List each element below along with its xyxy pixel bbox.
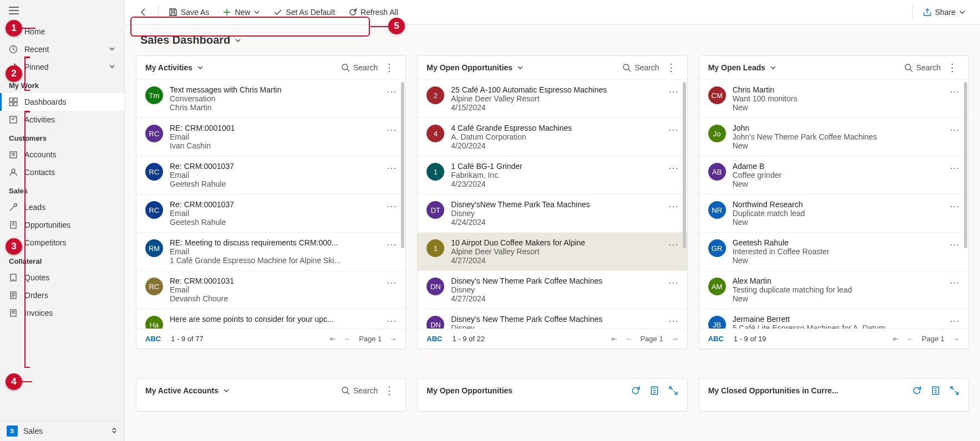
row-more-button[interactable]: ⋯	[668, 315, 678, 326]
list-row[interactable]: RCRe: CRM:0001031EmailDevansh Choure⋯	[136, 271, 405, 309]
row-more-button[interactable]: ⋯	[949, 315, 959, 326]
nav-accounts[interactable]: Accounts	[0, 146, 124, 163]
list-row[interactable]: RCRe: CRM:0001037EmailGeetesh Rahule⋯	[136, 194, 405, 233]
chevron-down-icon[interactable]	[235, 37, 241, 44]
chevron-down-icon[interactable]	[223, 387, 230, 394]
row-more-button[interactable]: ⋯	[949, 85, 959, 96]
list-row[interactable]: NRNorthwind ResearchDuplicate match lead…	[699, 194, 968, 233]
chevron-down-icon[interactable]	[770, 64, 776, 71]
save-as-button[interactable]: Save As	[163, 4, 215, 20]
row-more-button[interactable]: ⋯	[949, 238, 959, 249]
search-button[interactable]: Search	[341, 386, 378, 395]
row-more-button[interactable]: ⋯	[668, 85, 678, 96]
list-row[interactable]: RCRE: CRM:0001001EmailIvan Cashin⋯	[136, 118, 405, 156]
row-more-button[interactable]: ⋯	[387, 124, 397, 135]
next-page-button[interactable]: →	[671, 335, 678, 343]
next-page-button[interactable]: →	[389, 335, 397, 343]
set-default-button[interactable]: Set As Default	[268, 4, 341, 20]
search-button[interactable]: Search	[622, 63, 659, 72]
row-more-button[interactable]: ⋯	[668, 200, 678, 211]
callout-line-4	[22, 381, 32, 382]
row-more-button[interactable]: ⋯	[387, 315, 397, 326]
list-row[interactable]: RMRE: Meeting to discuss requirements CR…	[136, 233, 405, 271]
card-my-open-opportunities: My Open Opportunities Search ⋮ 225 Café …	[417, 55, 687, 349]
row-more-button[interactable]: ⋯	[668, 162, 678, 173]
section-customers: Customers	[0, 129, 124, 146]
scrollbar[interactable]	[964, 82, 967, 248]
nav-orders[interactable]: Orders	[0, 286, 124, 304]
list-row[interactable]: DNDisney's New Theme Park Coffee Machine…	[418, 271, 687, 309]
list-row[interactable]: GRGeetesh RahuleInterested in Coffee Roa…	[699, 233, 968, 271]
list-row[interactable]: DTDisney'sNew Theme Park Tea MachinesDis…	[418, 194, 687, 233]
abc-filter[interactable]: ABC	[426, 335, 442, 343]
search-button[interactable]: Search	[341, 63, 378, 72]
row-more-button[interactable]: ⋯	[387, 85, 397, 96]
row-more-button[interactable]: ⋯	[949, 124, 959, 135]
nav-invoices[interactable]: Invoices	[0, 304, 124, 322]
more-button[interactable]: ⋮	[382, 63, 397, 73]
list-row[interactable]: DNDisney's New Theme Park Coffee Machine…	[418, 309, 687, 329]
callout-3: 3	[6, 238, 22, 255]
row-more-button[interactable]: ⋯	[668, 124, 678, 135]
nav-dashboards[interactable]: Dashboards	[0, 93, 124, 111]
row-line-1: Geetesh Rahule	[733, 238, 943, 247]
refresh-icon[interactable]	[912, 386, 922, 396]
row-more-button[interactable]: ⋯	[668, 276, 678, 288]
records-icon[interactable]	[931, 386, 941, 396]
list-row[interactable]: 11 Café BG-1 GrinderFabrikam, Inc.4/23/2…	[418, 156, 687, 194]
list-row[interactable]: RCRe: CRM:0001037EmailGeetesh Rahule⋯	[136, 156, 405, 194]
area-switcher[interactable]: S Sales	[0, 421, 124, 441]
list-row[interactable]: 225 Café A-100 Automatic Espresso Machin…	[418, 80, 687, 118]
abc-filter[interactable]: ABC	[145, 335, 161, 343]
nav-contacts[interactable]: Contacts	[0, 163, 124, 181]
chevron-down-icon[interactable]	[197, 64, 204, 71]
scrollbar[interactable]	[401, 82, 404, 248]
new-button[interactable]: New	[217, 4, 266, 20]
chevron-down-icon[interactable]	[517, 64, 524, 71]
list-row[interactable]: JBJermaine Berrett5 Café Lite Espresso M…	[699, 309, 968, 329]
list-row[interactable]: 44 Café Grande Espresso MachinesA. Datum…	[418, 118, 687, 156]
nav-recent[interactable]: Recent	[0, 40, 124, 58]
expand-icon[interactable]	[949, 386, 959, 396]
search-button[interactable]: Search	[904, 63, 941, 72]
list-row[interactable]: CMChris MartinWant 100 monitorsNew⋯	[699, 80, 968, 118]
list-row[interactable]: AMAlex MartinTesting duplicate matching …	[699, 271, 968, 309]
refresh-icon[interactable]	[631, 386, 641, 396]
next-page-button[interactable]: →	[952, 335, 959, 343]
first-page-button[interactable]: ⇤	[611, 335, 617, 343]
row-more-button[interactable]: ⋯	[387, 200, 397, 211]
expand-icon[interactable]	[668, 386, 678, 396]
row-more-button[interactable]: ⋯	[668, 238, 678, 249]
nav-opportunities[interactable]: Opportunities	[0, 216, 124, 234]
prev-page-button[interactable]: ←	[907, 335, 914, 343]
list-row[interactable]: TmText messages with Chris MartinConvers…	[136, 80, 405, 118]
row-more-button[interactable]: ⋯	[387, 276, 397, 288]
share-button[interactable]: Share	[917, 4, 971, 20]
prev-page-button[interactable]: ←	[344, 335, 351, 343]
row-more-button[interactable]: ⋯	[949, 276, 959, 288]
svg-point-17	[905, 64, 911, 70]
nav-activities[interactable]: Activities	[0, 111, 124, 129]
more-button[interactable]: ⋮	[945, 63, 959, 73]
abc-filter[interactable]: ABC	[708, 335, 724, 343]
back-button[interactable]	[134, 4, 154, 20]
more-button[interactable]: ⋮	[382, 386, 397, 396]
row-more-button[interactable]: ⋯	[387, 162, 397, 173]
list-row[interactable]: 110 Airpot Duo Coffee Makers for AlpineA…	[418, 233, 687, 271]
first-page-button[interactable]: ⇤	[893, 335, 899, 343]
nav-quotes[interactable]: Quotes	[0, 269, 124, 286]
row-more-button[interactable]: ⋯	[949, 200, 959, 211]
first-page-button[interactable]: ⇤	[330, 335, 336, 343]
list-row[interactable]: JoJohnJohn's New Theme Park Coffee Machi…	[699, 118, 968, 156]
records-icon[interactable]	[649, 386, 659, 396]
row-more-button[interactable]: ⋯	[387, 238, 397, 249]
scrollbar[interactable]	[683, 82, 686, 248]
prev-page-button[interactable]: ←	[625, 335, 632, 343]
more-button[interactable]: ⋮	[664, 63, 678, 73]
list-row[interactable]: ABAdame BCoffee grinderNew⋯	[699, 156, 968, 194]
row-more-button[interactable]: ⋯	[949, 162, 959, 173]
list-row[interactable]: HaHere are some points to consider for y…	[136, 309, 405, 329]
nav-leads[interactable]: Leads	[0, 198, 124, 216]
hamburger-button[interactable]	[0, 0, 124, 23]
section-sales: Sales	[0, 181, 124, 198]
